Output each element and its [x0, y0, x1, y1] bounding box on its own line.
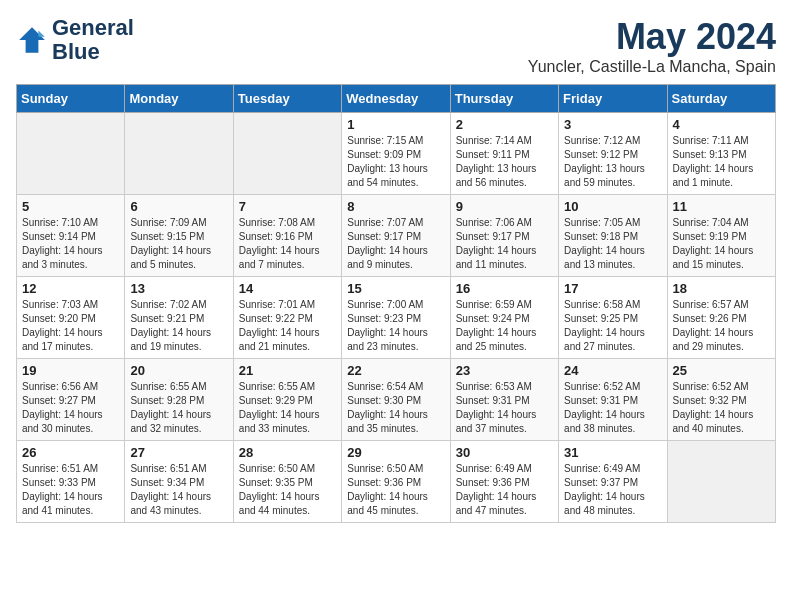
day-number: 4: [673, 117, 770, 132]
logo-line1: General: [52, 16, 134, 40]
day-info: Sunrise: 6:52 AMSunset: 9:31 PMDaylight:…: [564, 380, 661, 436]
day-info: Sunrise: 7:00 AMSunset: 9:23 PMDaylight:…: [347, 298, 444, 354]
calendar-week-row: 12Sunrise: 7:03 AMSunset: 9:20 PMDayligh…: [17, 277, 776, 359]
logo-text: General Blue: [52, 16, 134, 64]
calendar-cell: 9Sunrise: 7:06 AMSunset: 9:17 PMDaylight…: [450, 195, 558, 277]
header: General Blue May 2024 Yuncler, Castille-…: [16, 16, 776, 76]
day-info: Sunrise: 6:54 AMSunset: 9:30 PMDaylight:…: [347, 380, 444, 436]
day-info: Sunrise: 6:49 AMSunset: 9:36 PMDaylight:…: [456, 462, 553, 518]
day-number: 15: [347, 281, 444, 296]
weekday-header: Friday: [559, 85, 667, 113]
calendar-week-row: 19Sunrise: 6:56 AMSunset: 9:27 PMDayligh…: [17, 359, 776, 441]
day-number: 1: [347, 117, 444, 132]
day-info: Sunrise: 6:55 AMSunset: 9:28 PMDaylight:…: [130, 380, 227, 436]
day-info: Sunrise: 7:09 AMSunset: 9:15 PMDaylight:…: [130, 216, 227, 272]
weekday-header: Saturday: [667, 85, 775, 113]
day-number: 2: [456, 117, 553, 132]
weekday-header: Tuesday: [233, 85, 341, 113]
calendar-cell: 22Sunrise: 6:54 AMSunset: 9:30 PMDayligh…: [342, 359, 450, 441]
day-info: Sunrise: 6:50 AMSunset: 9:35 PMDaylight:…: [239, 462, 336, 518]
weekday-header: Thursday: [450, 85, 558, 113]
day-number: 21: [239, 363, 336, 378]
day-number: 11: [673, 199, 770, 214]
month-title: May 2024: [528, 16, 776, 58]
day-info: Sunrise: 7:06 AMSunset: 9:17 PMDaylight:…: [456, 216, 553, 272]
day-number: 25: [673, 363, 770, 378]
calendar-cell: 1Sunrise: 7:15 AMSunset: 9:09 PMDaylight…: [342, 113, 450, 195]
day-info: Sunrise: 7:15 AMSunset: 9:09 PMDaylight:…: [347, 134, 444, 190]
calendar-cell: 18Sunrise: 6:57 AMSunset: 9:26 PMDayligh…: [667, 277, 775, 359]
day-number: 19: [22, 363, 119, 378]
day-info: Sunrise: 6:57 AMSunset: 9:26 PMDaylight:…: [673, 298, 770, 354]
calendar-week-row: 26Sunrise: 6:51 AMSunset: 9:33 PMDayligh…: [17, 441, 776, 523]
day-info: Sunrise: 7:10 AMSunset: 9:14 PMDaylight:…: [22, 216, 119, 272]
day-number: 14: [239, 281, 336, 296]
weekday-header: Wednesday: [342, 85, 450, 113]
day-info: Sunrise: 6:56 AMSunset: 9:27 PMDaylight:…: [22, 380, 119, 436]
day-info: Sunrise: 6:51 AMSunset: 9:34 PMDaylight:…: [130, 462, 227, 518]
day-number: 17: [564, 281, 661, 296]
calendar-cell: 19Sunrise: 6:56 AMSunset: 9:27 PMDayligh…: [17, 359, 125, 441]
weekday-header: Sunday: [17, 85, 125, 113]
calendar-cell: 30Sunrise: 6:49 AMSunset: 9:36 PMDayligh…: [450, 441, 558, 523]
day-number: 3: [564, 117, 661, 132]
day-info: Sunrise: 6:50 AMSunset: 9:36 PMDaylight:…: [347, 462, 444, 518]
day-number: 27: [130, 445, 227, 460]
logo: General Blue: [16, 16, 134, 64]
day-number: 28: [239, 445, 336, 460]
calendar-cell: 8Sunrise: 7:07 AMSunset: 9:17 PMDaylight…: [342, 195, 450, 277]
day-info: Sunrise: 6:49 AMSunset: 9:37 PMDaylight:…: [564, 462, 661, 518]
day-info: Sunrise: 7:08 AMSunset: 9:16 PMDaylight:…: [239, 216, 336, 272]
calendar-cell: [667, 441, 775, 523]
day-number: 9: [456, 199, 553, 214]
day-number: 20: [130, 363, 227, 378]
day-number: 18: [673, 281, 770, 296]
day-number: 7: [239, 199, 336, 214]
weekday-header-row: SundayMondayTuesdayWednesdayThursdayFrid…: [17, 85, 776, 113]
calendar-cell: 15Sunrise: 7:00 AMSunset: 9:23 PMDayligh…: [342, 277, 450, 359]
calendar-cell: 27Sunrise: 6:51 AMSunset: 9:34 PMDayligh…: [125, 441, 233, 523]
calendar-cell: 23Sunrise: 6:53 AMSunset: 9:31 PMDayligh…: [450, 359, 558, 441]
day-info: Sunrise: 7:05 AMSunset: 9:18 PMDaylight:…: [564, 216, 661, 272]
calendar-cell: 11Sunrise: 7:04 AMSunset: 9:19 PMDayligh…: [667, 195, 775, 277]
calendar-cell: 3Sunrise: 7:12 AMSunset: 9:12 PMDaylight…: [559, 113, 667, 195]
calendar-cell: 25Sunrise: 6:52 AMSunset: 9:32 PMDayligh…: [667, 359, 775, 441]
calendar-cell: 2Sunrise: 7:14 AMSunset: 9:11 PMDaylight…: [450, 113, 558, 195]
day-info: Sunrise: 7:12 AMSunset: 9:12 PMDaylight:…: [564, 134, 661, 190]
calendar-cell: 10Sunrise: 7:05 AMSunset: 9:18 PMDayligh…: [559, 195, 667, 277]
weekday-header: Monday: [125, 85, 233, 113]
day-number: 12: [22, 281, 119, 296]
calendar-cell: 13Sunrise: 7:02 AMSunset: 9:21 PMDayligh…: [125, 277, 233, 359]
logo-icon: [16, 24, 48, 56]
day-number: 29: [347, 445, 444, 460]
day-info: Sunrise: 6:55 AMSunset: 9:29 PMDaylight:…: [239, 380, 336, 436]
calendar-cell: 17Sunrise: 6:58 AMSunset: 9:25 PMDayligh…: [559, 277, 667, 359]
day-info: Sunrise: 6:59 AMSunset: 9:24 PMDaylight:…: [456, 298, 553, 354]
calendar-cell: 26Sunrise: 6:51 AMSunset: 9:33 PMDayligh…: [17, 441, 125, 523]
calendar-cell: 6Sunrise: 7:09 AMSunset: 9:15 PMDaylight…: [125, 195, 233, 277]
day-info: Sunrise: 7:01 AMSunset: 9:22 PMDaylight:…: [239, 298, 336, 354]
calendar-cell: [17, 113, 125, 195]
calendar-cell: 4Sunrise: 7:11 AMSunset: 9:13 PMDaylight…: [667, 113, 775, 195]
calendar-cell: 12Sunrise: 7:03 AMSunset: 9:20 PMDayligh…: [17, 277, 125, 359]
day-number: 26: [22, 445, 119, 460]
day-info: Sunrise: 7:04 AMSunset: 9:19 PMDaylight:…: [673, 216, 770, 272]
calendar-cell: 21Sunrise: 6:55 AMSunset: 9:29 PMDayligh…: [233, 359, 341, 441]
title-area: May 2024 Yuncler, Castille-La Mancha, Sp…: [528, 16, 776, 76]
day-number: 10: [564, 199, 661, 214]
calendar-cell: 20Sunrise: 6:55 AMSunset: 9:28 PMDayligh…: [125, 359, 233, 441]
day-number: 13: [130, 281, 227, 296]
calendar-cell: 7Sunrise: 7:08 AMSunset: 9:16 PMDaylight…: [233, 195, 341, 277]
calendar-table: SundayMondayTuesdayWednesdayThursdayFrid…: [16, 84, 776, 523]
day-number: 24: [564, 363, 661, 378]
logo-line2: Blue: [52, 40, 134, 64]
day-number: 16: [456, 281, 553, 296]
day-info: Sunrise: 7:03 AMSunset: 9:20 PMDaylight:…: [22, 298, 119, 354]
location-title: Yuncler, Castille-La Mancha, Spain: [528, 58, 776, 76]
calendar-cell: 14Sunrise: 7:01 AMSunset: 9:22 PMDayligh…: [233, 277, 341, 359]
day-number: 5: [22, 199, 119, 214]
day-number: 31: [564, 445, 661, 460]
day-number: 6: [130, 199, 227, 214]
svg-marker-0: [19, 27, 45, 53]
day-info: Sunrise: 7:07 AMSunset: 9:17 PMDaylight:…: [347, 216, 444, 272]
